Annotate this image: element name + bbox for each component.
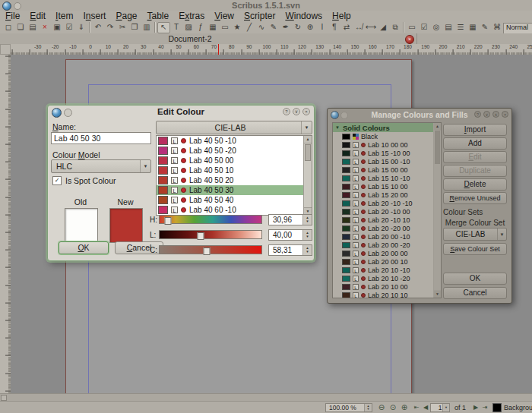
slider-value-spinner[interactable]: 30,96 ▲ ▼: [268, 214, 312, 225]
scroll-up-icon[interactable]: ▲: [304, 136, 312, 143]
colour-tree-item[interactable]: L Lab 15 20 00: [333, 191, 441, 199]
ok-button[interactable]: OK: [59, 241, 109, 254]
colour-tree-item[interactable]: L Lab 20 00 -10: [333, 232, 441, 241]
pdf-text-annotation-icon[interactable]: ✎: [479, 22, 491, 33]
paste-icon[interactable]: ▥: [141, 22, 153, 33]
unshade-button[interactable]: ∧: [492, 111, 499, 118]
menu-item[interactable]: View: [214, 11, 234, 21]
colour-tree-item[interactable]: L Lab 20 10 10: [333, 291, 441, 298]
slider-track[interactable]: [159, 215, 262, 224]
pdf-text-field-icon[interactable]: ▤: [442, 22, 454, 33]
document-tab[interactable]: Document-2: [122, 34, 258, 43]
page-spinner-arrow[interactable]: ▼: [442, 404, 449, 411]
duplicate-button[interactable]: Duplicate: [443, 165, 507, 177]
slider-handle[interactable]: [197, 232, 204, 240]
menu-item[interactable]: Item: [55, 11, 73, 21]
pdf-link-annotation-icon[interactable]: ⌘: [491, 22, 503, 33]
cancel-button[interactable]: Cancel: [443, 287, 507, 299]
colour-model-dropdown[interactable]: HLC ▼: [51, 159, 151, 173]
colour-list-item[interactable]: L Lab 40 50 00: [157, 156, 312, 166]
insert-bezier-icon[interactable]: ∿: [255, 22, 268, 33]
colour-list[interactable]: ▲ ▼ L Lab 40 50 -10 L Lab 40 50 -20: [156, 135, 312, 216]
cut-icon[interactable]: ✂: [116, 22, 128, 33]
slider-track[interactable]: [159, 245, 262, 254]
slider-value-spinner[interactable]: 58,31 ▲ ▼: [268, 244, 312, 256]
rotate-item-icon[interactable]: ↻: [292, 22, 304, 33]
spinner-arrows[interactable]: ▲ ▼: [302, 245, 312, 255]
colour-tree-item[interactable]: L Lab 20 -10 10: [333, 216, 441, 224]
spin-down-icon[interactable]: ▼: [306, 235, 309, 239]
story-editor-icon[interactable]: ¶: [328, 22, 340, 33]
slider-value-spinner[interactable]: 40,00 ▲ ▼: [268, 229, 312, 241]
colour-list-item[interactable]: L Lab 40 50 -10: [157, 136, 312, 146]
colour-tree-item[interactable]: L Lab 20 00 00: [333, 249, 441, 257]
edit-button[interactable]: Edit: [443, 151, 507, 163]
zoom-level-spinner[interactable]: 100.00 % ▲ ▼: [325, 403, 372, 412]
chevron-down-icon[interactable]: ▼: [497, 229, 506, 240]
current-page-spinner[interactable]: 1 ▼: [430, 403, 450, 412]
insert-line-icon[interactable]: ╱: [243, 22, 255, 33]
eyedropper-icon[interactable]: ◢: [377, 22, 389, 33]
select-item-icon[interactable]: ↖: [157, 22, 170, 33]
list-scrollbar[interactable]: ▲ ▼: [303, 136, 312, 215]
colour-list-item[interactable]: L Lab 40 50 20: [157, 175, 312, 185]
spinner-arrows[interactable]: ▲ ▼: [302, 215, 312, 225]
pdf-radio-button-icon[interactable]: ◎: [430, 22, 442, 33]
pdf-checkbox-icon[interactable]: ☑: [418, 22, 430, 33]
colour-tree-item[interactable]: L Black: [333, 132, 441, 140]
dialog-titlebar[interactable]: Edit Colour ?∨×: [48, 106, 314, 118]
close-document-icon[interactable]: ×: [39, 22, 51, 33]
next-page-button[interactable]: ▶: [471, 402, 480, 412]
close-button[interactable]: ×: [502, 111, 508, 118]
spinner-arrows[interactable]: ▲ ▼: [364, 404, 372, 411]
chevron-down-icon[interactable]: ▼: [140, 160, 150, 172]
insert-shape-icon[interactable]: ▭: [219, 22, 231, 33]
new-document-icon[interactable]: ◻: [2, 22, 14, 33]
edit-contents-icon[interactable]: I: [316, 22, 328, 33]
horizontal-ruler[interactable]: -30-20-100102030405060708090100110120130…: [11, 44, 532, 55]
slider-handle[interactable]: [164, 217, 171, 225]
import-button[interactable]: Import: [443, 124, 507, 136]
scrollbar-thumb[interactable]: [305, 144, 311, 161]
previous-page-button[interactable]: ◀: [421, 402, 430, 412]
insert-freehand-icon[interactable]: ✎: [268, 22, 280, 33]
pdf-push-button-icon[interactable]: ▭: [406, 22, 418, 33]
help-button[interactable]: ?: [474, 111, 481, 118]
scroll-down-icon[interactable]: ▼: [434, 290, 441, 298]
dialog-titlebar[interactable]: Manage Colours and Fills ?∨∧×: [328, 109, 511, 121]
colour-tree-item[interactable]: L Lab 15 00 00: [333, 166, 441, 174]
menu-item[interactable]: Help: [332, 11, 351, 21]
pdf-list-box-icon[interactable]: ☰: [454, 22, 467, 33]
ruler-origin-corner[interactable]: [0, 44, 11, 55]
save-document-icon[interactable]: ▤: [27, 22, 39, 33]
colour-tree-item[interactable]: L Lab 20 -10 -10: [333, 199, 441, 207]
zoom-out-icon[interactable]: ⊖: [376, 402, 387, 412]
insert-text-frame-icon[interactable]: T: [170, 22, 182, 33]
colour-tree-item[interactable]: L Lab 15 10 -10: [333, 174, 441, 182]
close-button[interactable]: ×: [302, 108, 310, 115]
copy-icon[interactable]: ❐: [128, 22, 141, 33]
insert-polygon-icon[interactable]: ★: [231, 22, 243, 33]
spinner-arrows[interactable]: ▲ ▼: [302, 230, 312, 240]
scroll-up-icon[interactable]: ▲: [434, 123, 441, 131]
spin-down-icon[interactable]: ▼: [367, 408, 370, 411]
shade-button[interactable]: ∨: [293, 108, 300, 115]
chevron-down-icon[interactable]: ▼: [301, 121, 312, 134]
spin-down-icon[interactable]: ▼: [306, 251, 309, 254]
colour-list-item[interactable]: L Lab 40 50 40: [157, 195, 312, 205]
insert-render-frame-icon[interactable]: ƒ: [195, 22, 207, 33]
open-document-icon[interactable]: ❏: [14, 22, 27, 33]
colour-tree-item[interactable]: L Lab 15 10 00: [333, 182, 441, 191]
save-colour-set-button[interactable]: Save Colour Set: [443, 243, 507, 255]
ok-button[interactable]: OK: [443, 273, 507, 285]
insert-image-frame-icon[interactable]: ▨: [182, 22, 195, 33]
scrollbar-thumb[interactable]: [435, 131, 440, 164]
current-layer-indicator[interactable]: Background: [492, 403, 532, 412]
colour-list-item[interactable]: L Lab 40 50 -20: [157, 146, 312, 156]
zoom-default-icon[interactable]: ⊙: [388, 402, 398, 412]
help-button[interactable]: ?: [283, 108, 290, 115]
spin-down-icon[interactable]: ▼: [445, 406, 448, 409]
last-page-button[interactable]: ⇥: [480, 402, 489, 412]
add-button[interactable]: Add: [443, 137, 507, 150]
redo-icon[interactable]: ↷: [104, 22, 116, 33]
